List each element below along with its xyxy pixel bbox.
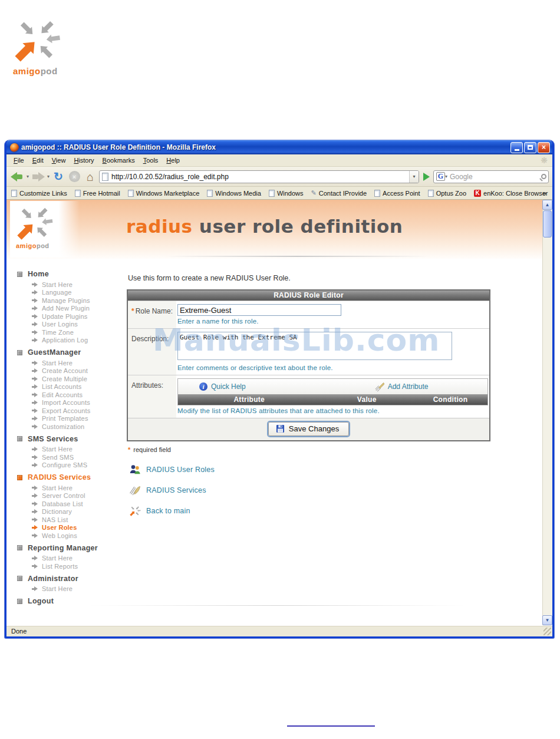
sidebar-item-home-update-plugins[interactable]: Update Plugins [12,312,126,321]
sidebar-item-guestmanager-print-templates[interactable]: Print Templates [12,415,126,423]
link-radius-user-roles[interactable]: RADIUS User Roles [129,464,497,476]
sidebar-item-guestmanager[interactable]: GuestManager [12,348,126,357]
link-radius-services[interactable]: RADIUS Services [129,484,497,496]
sidebar-item-radius-services-server-control[interactable]: Server Control [12,492,126,500]
bookmark-enkoo-close-browser[interactable]: KenKoo: Close Browser [474,190,548,197]
search-box[interactable]: G ▾ [433,170,549,183]
bookmark-access-point[interactable]: Access Point [374,190,420,197]
menu-help[interactable]: Help [163,156,183,165]
link-back-to-main[interactable]: Back to main [129,505,497,517]
sidebar-item-sms-services-configure-sms[interactable]: Configure SMS [12,461,126,470]
page-icon [207,190,213,197]
resize-grip[interactable] [543,628,551,635]
title-bar[interactable]: amigopod :: RADIUS User Role Definition … [6,140,552,154]
sidebar-item-home-manage-plugins[interactable]: Manage Plugins [12,296,126,305]
form-title: RADIUS Role Editor [128,291,489,301]
sidebar-item-home-user-logins[interactable]: User Logins [12,321,126,329]
url-history-dropdown[interactable]: ▾ [409,171,419,183]
sidebar-item-radius-services-nas-list[interactable]: NAS List [12,516,126,524]
forward-button[interactable] [31,170,45,183]
menu-edit[interactable]: Edit [29,156,47,165]
home-button[interactable]: ⌂ [83,170,97,184]
forward-dropdown-icon[interactable]: ▾ [47,174,50,179]
minimize-button[interactable] [510,142,523,153]
sidebar-item-home-time-zone[interactable]: Time Zone [12,328,126,336]
bookmarks-toolbar: Customize Links Free Hotmail Windows Mar… [6,187,552,200]
sidebar-item-sms-services-start-here[interactable]: Start Here [12,446,126,454]
sidebar-item-home-language[interactable]: Language [12,289,126,297]
menu-history[interactable]: History [70,156,97,165]
search-icon[interactable] [541,174,546,179]
sidebar-item-guestmanager-export-accounts[interactable]: Export Accounts [12,407,126,415]
bookmark-windows-marketplace[interactable]: Windows Marketplace [128,190,200,197]
address-bar[interactable]: http://10.0.20.52/radius_role_edit.php ▾ [99,170,419,183]
sidebar-item-radius-services[interactable]: RADIUS Services [12,473,126,481]
sidebar-item-home[interactable]: Home [12,270,126,278]
scroll-down-button[interactable]: ▼ [542,615,552,625]
bookmark-customize-links[interactable]: Customize Links [11,190,67,197]
sidebar-item-home-start-here[interactable]: Start Here [12,281,126,289]
sidebar-item-label: User Roles [42,524,77,531]
sidebar-item-guestmanager-create-multiple[interactable]: Create Multiple [12,375,126,383]
vertical-scrollbar[interactable]: ▲ ▼ [542,200,552,625]
menu-view[interactable]: View [48,156,70,165]
sidebar-item-guestmanager-edit-accounts[interactable]: Edit Accounts [12,391,126,399]
google-engine-icon[interactable]: G [436,172,445,181]
sidebar-item-sms-services-send-sms[interactable]: Send SMS [12,453,126,461]
maximize-button[interactable] [524,142,536,153]
save-changes-button[interactable]: Save Changes [268,422,349,436]
sidebar-item-administrator-start-here[interactable]: Start Here [12,585,126,593]
sidebar-item-reporting-manager-list-reports[interactable]: List Reports [12,562,126,570]
sidebar-item-administrator[interactable]: Administrator [12,575,126,583]
description-textarea[interactable]: Guest Role with the Extreme SA [177,332,452,360]
arrow-right-icon [32,330,38,335]
bookmark-free-hotmail[interactable]: Free Hotmail [75,190,120,197]
sidebar-item-radius-services-dictionary[interactable]: Dictionary [12,508,126,516]
arrow-right-icon [32,368,38,373]
bookmark-windows[interactable]: Windows [269,190,304,197]
sidebar-item-logout[interactable]: Logout [12,597,126,605]
sidebar-item-guestmanager-start-here[interactable]: Start Here [12,359,126,367]
sidebar-item-reporting-manager-start-here[interactable]: Start Here [12,555,126,563]
quick-help-link[interactable]: i Quick Help [199,382,246,391]
sidebar-item-home-add-new-plugin[interactable]: Add New Plugin [12,305,126,313]
menu-tools[interactable]: Tools [140,156,162,165]
back-dropdown-icon[interactable]: ▾ [27,174,29,179]
menu-bookmarks[interactable]: Bookmarks [99,156,139,165]
role-name-input[interactable] [177,304,341,316]
menu-file[interactable]: File [10,156,28,165]
go-button[interactable] [421,171,431,182]
browser-window: amigopod :: RADIUS User Role Definition … [5,140,554,638]
bookmark-optus-zoo[interactable]: Optus Zoo [428,190,466,197]
sidebar-item-radius-services-web-logins[interactable]: Web Logins [12,532,126,540]
scrollbar-thumb[interactable] [543,210,552,237]
add-attribute-link[interactable]: Add Attribute [374,382,429,392]
arrow-right-icon [32,556,38,560]
close-button[interactable]: × [538,142,550,153]
sidebar-item-label: Start Here [42,446,73,453]
back-button[interactable] [10,170,25,183]
role-name-field-cell: Enter a name for this role. [176,301,489,328]
engine-dropdown-icon[interactable]: ▾ [445,174,447,179]
bookmarks-overflow-chevron[interactable]: » [542,189,546,197]
sidebar-item-reporting-manager[interactable]: Reporting Manager [12,544,126,552]
sidebar-item-guestmanager-list-accounts[interactable]: List Accounts [12,383,126,391]
sidebar-item-guestmanager-customization[interactable]: Customization [12,423,126,431]
sidebar-item-guestmanager-create-account[interactable]: Create Account [12,367,126,375]
sidebar-item-radius-services-start-here[interactable]: Start Here [12,484,126,492]
sidebar-item-sms-services[interactable]: SMS Services [12,435,126,443]
sidebar-item-guestmanager-import-accounts[interactable]: Import Accounts [12,399,126,407]
search-input[interactable] [450,173,541,181]
sidebar-item-radius-services-database-list[interactable]: Database List [12,500,126,508]
attributes-field-cell: i Quick Help Add Attribute [176,375,492,418]
bookmark-windows-media[interactable]: Windows Media [207,190,261,197]
bookmark-contact-iprovide[interactable]: ✎Contact IProvide [311,190,367,197]
url-text[interactable]: http://10.0.20.52/radius_role_edit.php [111,173,409,181]
sidebar-section-label: Administrator [28,575,78,583]
stop-button[interactable]: × [67,170,81,184]
go-icon [423,173,430,181]
sidebar-item-radius-services-user-roles[interactable]: User Roles [12,524,126,532]
reload-button[interactable]: ↻ [51,170,65,184]
scroll-up-button[interactable]: ▲ [542,200,552,210]
sidebar-item-home-application-log[interactable]: Application Log [12,336,126,345]
